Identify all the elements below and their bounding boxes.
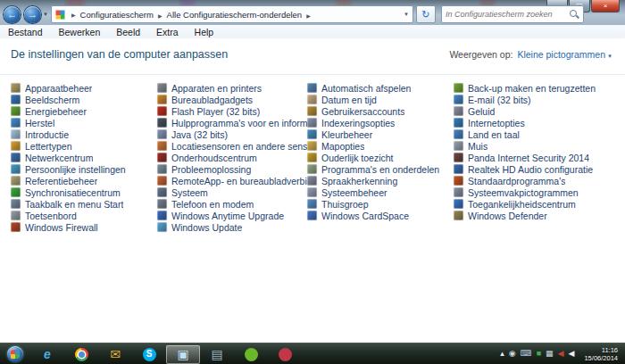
firewall-icon: [11, 222, 21, 232]
control-panel-item[interactable]: Back-up maken en terugzetten: [454, 82, 621, 94]
system-tray: ▴◉⌨■▦◀◀ 11:16 15/06/2014: [500, 346, 625, 362]
remoteapp-icon: [157, 176, 167, 186]
control-panel-item[interactable]: Mapopties: [307, 140, 454, 152]
control-panel-item[interactable]: Windows Anytime Upgrade: [157, 210, 307, 221]
notification-area-icons-icon: [454, 187, 463, 197]
control-panel-item[interactable]: Apparaatbeheer: [11, 82, 157, 94]
recent-pages-caret-icon[interactable]: ▼: [43, 12, 48, 17]
control-panel-item[interactable]: Toetsenbord: [11, 210, 157, 221]
green-status-tray-button[interactable]: ■: [537, 350, 541, 358]
view-by-dropdown[interactable]: Kleine pictogrammen▼: [517, 49, 612, 60]
control-panel-item[interactable]: Referentiebeheer: [11, 175, 157, 186]
control-panel-item[interactable]: Locatiesensoren en andere sensoren: [157, 140, 307, 152]
control-panel-item[interactable]: Toegankelijkheidscentrum: [454, 198, 621, 210]
control-panel-item[interactable]: Realtek HD Audio configuratie: [454, 163, 621, 175]
control-panel-item[interactable]: Bureaubladgadgets: [157, 94, 307, 105]
back-button[interactable]: ←: [4, 6, 21, 23]
sync-center-icon: [11, 187, 21, 197]
start-button[interactable]: [0, 345, 30, 364]
search-input[interactable]: [442, 10, 569, 19]
address-bar[interactable]: ▶ Configuratiescherm▶Alle Configuratiesc…: [51, 5, 413, 23]
control-panel-item[interactable]: Systeembeheer: [307, 186, 454, 198]
control-panel-item[interactable]: Spraakherkenning: [307, 175, 454, 186]
control-panel-item[interactable]: Gebruikersaccounts: [307, 105, 454, 117]
control-panel-item[interactable]: Systeemvakpictogrammen: [454, 186, 621, 198]
menu-item-bewerken[interactable]: Bewerken: [51, 27, 109, 37]
chrome-button[interactable]: [64, 345, 98, 364]
control-panel-item[interactable]: Herstel: [11, 117, 157, 128]
menu-item-beeld[interactable]: Beeld: [108, 27, 148, 37]
show-hidden-icons-button[interactable]: ▴: [500, 350, 504, 358]
volume-tray-button[interactable]: ◀: [569, 350, 575, 358]
menu-item-bestand[interactable]: Bestand: [0, 27, 51, 37]
control-panel-item[interactable]: Internetopties: [454, 117, 621, 128]
control-panel-item[interactable]: Beeldscherm: [11, 94, 157, 105]
control-panel-item-label: Netwerkcentrum: [25, 153, 93, 163]
control-panel-item[interactable]: Flash Player (32 bits): [157, 105, 307, 117]
skype-button[interactable]: S: [132, 345, 166, 364]
green-orb-app-button[interactable]: [234, 345, 268, 364]
clock-date: 15/06/2014: [584, 354, 618, 362]
control-panel-window-button[interactable]: ▣: [166, 345, 200, 364]
control-panel-item-label: Herstel: [25, 118, 54, 128]
internet-explorer-button[interactable]: e: [30, 345, 64, 364]
panda-tray-button[interactable]: ◉: [509, 350, 516, 358]
breadcrumb-separator-icon: ▶: [155, 13, 165, 19]
control-panel-item[interactable]: Ouderlijk toezicht: [307, 152, 454, 163]
muted-speaker-tray-button[interactable]: ◀: [558, 350, 564, 358]
address-dropdown-caret-icon[interactable]: ▼: [404, 12, 412, 17]
control-panel-item[interactable]: Automatisch afspelen: [307, 82, 454, 94]
clock-time: 11:16: [584, 346, 618, 354]
control-panel-item[interactable]: Geluid: [454, 105, 621, 117]
control-panel-item[interactable]: Kleurbeheer: [307, 128, 454, 140]
control-panel-item[interactable]: RemoteApp- en bureaubladverbindi...: [157, 175, 307, 186]
refresh-button[interactable]: ↻: [416, 5, 436, 23]
outlook-button[interactable]: ✉: [98, 345, 132, 364]
control-panel-item[interactable]: Synchronisatiecentrum: [11, 186, 157, 198]
control-panel-item[interactable]: Netwerkcentrum: [11, 152, 157, 163]
control-panel-item[interactable]: Introductie: [11, 128, 157, 140]
control-panel-item[interactable]: Windows CardSpace: [307, 210, 454, 221]
control-panel-item-label: Synchronisatiecentrum: [25, 187, 121, 198]
breadcrumb: Configuratiescherm▶Alle Configuratiesche…: [79, 10, 313, 20]
control-panel-item[interactable]: Indexeringsopties: [307, 117, 454, 128]
control-panel-item[interactable]: Programma's en onderdelen: [307, 163, 454, 175]
control-panel-item[interactable]: Taakbalk en menu Start: [11, 198, 157, 210]
green-square-icon: ■: [537, 349, 541, 358]
control-panel-item[interactable]: Panda Internet Security 2014: [454, 152, 621, 163]
control-panel-item[interactable]: Energiebeheer: [11, 105, 157, 117]
remote-monitor-button[interactable]: ▤: [200, 345, 234, 364]
forward-button[interactable]: →: [24, 6, 41, 23]
control-panel-item[interactable]: Probleemoplossing: [157, 163, 307, 175]
control-panel-item[interactable]: Windows Defender: [454, 210, 621, 221]
view-selector: Weergeven op: Kleine pictogrammen▼: [449, 49, 612, 60]
network-icon: ▦: [546, 349, 554, 358]
keyboard-tray-button[interactable]: ⌨: [521, 350, 532, 358]
control-panel-column-2: Apparaten en printersBureaubladgadgetsFl…: [157, 82, 307, 233]
menu-item-extra[interactable]: Extra: [148, 27, 187, 37]
control-panel-item[interactable]: Java (32 bits): [157, 128, 307, 140]
control-panel-item[interactable]: Lettertypen: [11, 140, 157, 152]
breadcrumb-segment[interactable]: Configuratiescherm: [79, 10, 155, 20]
control-panel-item[interactable]: E-mail (32 bits): [454, 94, 621, 105]
control-panel-item[interactable]: Persoonlijke instellingen: [11, 163, 157, 175]
control-panel-item[interactable]: Windows Update: [157, 221, 307, 233]
control-panel-item[interactable]: Systeem: [157, 186, 307, 198]
control-panel-item[interactable]: Datum en tijd: [307, 94, 454, 105]
control-panel-item[interactable]: Onderhoudscentrum: [157, 152, 307, 163]
network-tray-button[interactable]: ▦: [546, 350, 554, 358]
control-panel-item[interactable]: Telefoon en modem: [157, 198, 307, 210]
control-panel-item[interactable]: Windows Firewall: [11, 221, 157, 233]
control-panel-item[interactable]: Hulpprogramma's voor en informati...: [157, 117, 307, 128]
menu-item-help[interactable]: Help: [187, 27, 222, 37]
taskbar-clock[interactable]: 11:16 15/06/2014: [579, 346, 621, 362]
control-panel-item[interactable]: Thuisgroep: [307, 198, 454, 210]
control-panel-item[interactable]: Muis: [454, 140, 621, 152]
anytime-upgrade-icon: [157, 211, 167, 220]
red-app-button[interactable]: [268, 345, 302, 364]
control-panel-item[interactable]: Standaardprogramma's: [454, 175, 621, 186]
control-panel-item-label: Apparaten en printers: [171, 83, 262, 94]
control-panel-item[interactable]: Land en taal: [454, 128, 621, 140]
control-panel-item[interactable]: Apparaten en printers: [157, 82, 307, 94]
breadcrumb-segment[interactable]: Alle Configuratiescherm-onderdelen: [165, 10, 304, 20]
